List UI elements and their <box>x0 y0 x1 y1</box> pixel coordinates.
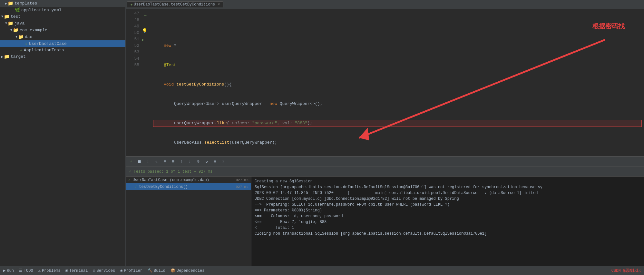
console-line-4: JDBC Connection [com.mysql.cj.jdbc.Conne… <box>255 196 641 202</box>
profiler-label: Profiler <box>124 269 142 273</box>
sidebar-item-application-yaml[interactable]: 🌿 application.yaml <box>0 7 125 13</box>
sidebar-item-templates[interactable]: ▶ 📁 templates <box>0 0 125 7</box>
profiler-status-item[interactable]: ◉ Profiler <box>120 268 142 273</box>
test-child-item[interactable]: ✓ testGetByConditions() 927 ms <box>126 183 251 190</box>
code-editor[interactable]: 47 48 49 50 51 52 53 54 55 ↪ <box>126 9 644 156</box>
tab-close-icon[interactable]: × <box>218 2 220 7</box>
sidebar-item-label: test <box>11 14 21 19</box>
build-status-item[interactable]: 🔨 Build <box>148 268 165 273</box>
folder-icon: 📁 <box>4 54 9 59</box>
arrow-down-button[interactable]: ↓ <box>186 158 193 165</box>
sort-za-button[interactable]: ⇅ <box>153 158 160 165</box>
chevron-right-icon: ▶ <box>1 55 3 59</box>
sidebar-item-application-tests[interactable]: ☕ ApplicationTests <box>0 47 125 53</box>
terminal-label: Terminal <box>69 269 88 273</box>
export-left-button[interactable]: ⎋ <box>195 158 202 165</box>
services-icon: ◎ <box>93 268 95 273</box>
java-file-icon: ☕ <box>25 41 28 46</box>
folder-icon: 📁 <box>8 1 13 6</box>
todo-label: TODO <box>24 269 33 273</box>
terminal-status-item[interactable]: ▣ Terminal <box>66 268 88 273</box>
editor-area: ◆ UserDaoTastCase.testGetByConditions × … <box>126 0 644 266</box>
profiler-icon: ◉ <box>120 268 122 273</box>
csdn-branding: CSDN @恶魔比比 <box>611 268 641 273</box>
code-line-48: new * <box>153 43 641 49</box>
code-line-47 <box>153 23 641 30</box>
sidebar-item-com-example[interactable]: ▼ 📁 com.example <box>0 27 125 34</box>
problems-status-item[interactable]: ⚠ Problems <box>38 268 61 273</box>
build-label: Build <box>154 269 165 273</box>
sidebar-item-label: target <box>11 54 26 59</box>
sidebar-item-label: dao <box>25 35 32 39</box>
todo-icon: ☰ <box>19 268 23 273</box>
more-button[interactable]: » <box>220 158 227 165</box>
test-tree: ✓ UserDaoTastCase (com.example.dao) 927 … <box>126 177 251 266</box>
services-label: Services <box>97 269 115 273</box>
console-line-2: SqlSession [org.apache.ibatis.session.de… <box>255 184 641 190</box>
file-tree: ▶ 📁 templates 🌿 application.yaml ▼ 📁 tes… <box>0 0 126 266</box>
chevron-right-icon: ▶ <box>5 2 7 5</box>
bulb-icon[interactable]: 💡 <box>142 28 147 34</box>
todo-status-item[interactable]: ☰ TODO <box>19 268 33 273</box>
run-icon: ▶ <box>3 268 5 273</box>
chevron-down-icon: ▼ <box>1 15 3 18</box>
test-child-label: testGetByConditions() <box>139 185 188 189</box>
line-numbers: 47 48 49 50 51 52 53 54 55 <box>126 9 142 156</box>
sidebar-item-label: UserDaoTastCase <box>29 41 67 46</box>
folder-icon: 📁 <box>8 21 13 26</box>
align-split-button[interactable]: ⊟ <box>170 158 177 165</box>
code-line-51: QueryWrapper<User> userQueryWrapper = ne… <box>153 101 641 107</box>
test-root-time: 927 ms <box>236 178 249 182</box>
test-root-item[interactable]: ✓ UserDaoTastCase (com.example.dao) 927 … <box>126 177 251 183</box>
console-output[interactable]: Creating a new SqlSession SqlSession [or… <box>251 177 644 266</box>
test-root-label: UserDaoTastCase (com.example.dao) <box>132 178 209 182</box>
editor-gutter: ↪ 💡 ▶ <box>142 9 151 156</box>
console-line-6: ==> Parameters: %888%(String) <box>255 208 641 213</box>
sidebar-item-label: application.yaml <box>21 8 62 13</box>
tab-label: UserDaoTastCase.testGetByConditions <box>134 2 215 7</box>
problems-icon: ⚠ <box>38 268 41 273</box>
run-check-button[interactable]: ✓ <box>128 158 135 165</box>
console-line-9: <== Total: 1 <box>255 225 641 231</box>
tab-check-icon: ◆ <box>131 3 132 6</box>
sidebar-item-java[interactable]: ▼ 📁 java <box>0 20 125 27</box>
console-line-8: <== Row: 7, longjie, 888 <box>255 219 641 225</box>
align-center-button[interactable]: ≡ <box>161 158 168 165</box>
arrow-up-button[interactable]: ↑ <box>178 158 185 165</box>
code-content[interactable]: new * @Test void testGetByConditions(){ … <box>151 9 644 156</box>
problems-label: Problems <box>42 269 61 273</box>
run-stop-button[interactable]: ⏹ <box>136 158 143 165</box>
run-status-bar: ✓ Tests passed: 1 of 1 test – 927 ms <box>126 167 644 177</box>
dependencies-status-item[interactable]: 📦 Dependencies <box>171 268 204 273</box>
test-check-icon: ✓ <box>135 184 137 189</box>
console-line-5: ==> Preparing: SELECT id,username,passwo… <box>255 202 641 208</box>
sidebar-item-test[interactable]: ▼ 📁 test <box>0 13 125 20</box>
services-status-item[interactable]: ◎ Services <box>93 268 115 273</box>
code-editor-wrapper: 47 48 49 50 51 52 53 54 55 ↪ <box>126 9 644 156</box>
code-line-50: void testGetByConditions(){ <box>153 81 641 88</box>
editor-tab-active[interactable]: ◆ UserDaoTastCase.testGetByConditions × <box>127 1 223 7</box>
folder-icon: 📁 <box>18 34 24 40</box>
reload-button[interactable]: ↺ <box>203 158 210 165</box>
terminal-icon: ▣ <box>66 268 68 273</box>
run-status-item[interactable]: ▶ Run <box>3 268 14 273</box>
tests-passed-status: ✓ Tests passed: 1 of 1 test – 927 ms <box>129 169 212 174</box>
build-icon: 🔨 <box>148 268 152 273</box>
export-right-button[interactable]: ⎊ <box>211 158 219 165</box>
console-line-10: Closing non transactional SqlSession [or… <box>255 231 641 237</box>
diff-added-icon: ↪ <box>144 13 147 19</box>
java-file-icon: ☕ <box>20 47 23 53</box>
sidebar-item-label: com.example <box>20 28 47 33</box>
folder-icon: 📁 <box>13 27 18 33</box>
chevron-down-icon: ▼ <box>10 28 12 32</box>
console-line-1: Creating a new SqlSession <box>255 178 641 184</box>
sidebar-item-target[interactable]: ▶ 📁 target <box>0 53 125 60</box>
editor-tab-bar: ◆ UserDaoTastCase.testGetByConditions × <box>126 0 644 9</box>
code-line-53: userDaoPlus.selectList(userQueryWrapper)… <box>153 139 641 146</box>
test-child-time: 927 ms <box>236 185 249 189</box>
sidebar-item-dao[interactable]: ▼ 📁 dao <box>0 34 125 40</box>
sidebar-item-user-dao-tast-case[interactable]: ☕ UserDaoTastCase <box>0 40 125 47</box>
run-gutter-icon[interactable]: ▶ <box>142 37 144 43</box>
sort-az-button[interactable]: ↕ <box>144 158 151 165</box>
yaml-file-icon: 🌿 <box>15 7 20 13</box>
